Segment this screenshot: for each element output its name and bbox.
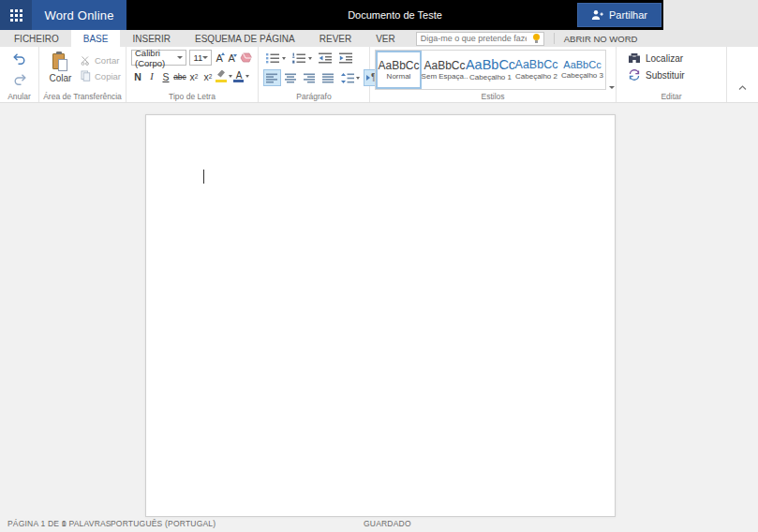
collapse-ribbon-button[interactable] xyxy=(738,78,747,95)
undo-icon xyxy=(13,53,26,65)
italic-button[interactable]: I xyxy=(145,68,158,84)
justify-button[interactable] xyxy=(320,69,337,86)
align-right-button[interactable] xyxy=(301,69,319,86)
highlight-button[interactable] xyxy=(216,68,232,84)
word-count-status[interactable]: 0 PALAVRAS xyxy=(62,519,111,528)
cut-button[interactable]: Cortar xyxy=(81,55,121,66)
font-color-icon: A xyxy=(233,70,245,83)
copy-label: Copiar xyxy=(95,71,121,81)
share-button[interactable]: Partilhar xyxy=(577,3,661,27)
group-area-de-transferencia: Colar Cortar Copiar xyxy=(39,47,126,102)
find-label: Localizar xyxy=(646,53,683,64)
subscript-button[interactable]: x2 xyxy=(187,68,201,84)
subscript-mark: 2 xyxy=(195,73,199,80)
tab-inserir[interactable]: INSERIR xyxy=(120,30,183,47)
group-estilos: AaBbCc Normal AaBbCc Sem Espaça.. AaBbCc… xyxy=(370,47,617,102)
align-center-button[interactable] xyxy=(282,69,300,86)
text-cursor xyxy=(203,170,204,184)
decrease-indent-icon xyxy=(319,52,333,64)
bold-button[interactable]: N xyxy=(131,68,144,84)
find-button[interactable]: Localizar xyxy=(628,52,721,64)
style-card-cabecalho-2[interactable]: AaBbCc Cabeçalho 2 xyxy=(513,51,559,89)
style-sample: AaBbCc xyxy=(424,60,465,71)
replace-button[interactable]: Substituir xyxy=(628,69,721,81)
paragraph-row-top xyxy=(263,50,364,66)
grow-font-icon xyxy=(221,52,225,55)
line-spacing-button[interactable] xyxy=(338,69,363,86)
tab-rever[interactable]: REVER xyxy=(307,30,364,47)
word-online-app: Word Online Documento de Teste Partilhar… xyxy=(0,0,758,532)
more-styles-button[interactable] xyxy=(609,86,615,89)
font-row-bottom: N I S abc x2 x2 A xyxy=(131,68,253,84)
tab-ver[interactable]: VER xyxy=(364,30,408,47)
share-label: Partilhar xyxy=(609,9,647,21)
paste-label: Colar xyxy=(50,73,72,83)
chevron-down-icon xyxy=(245,75,249,78)
bullet-list-button[interactable] xyxy=(263,50,289,66)
style-name: Cabeçalho 3 xyxy=(561,71,603,80)
tab-esquema-de-pagina[interactable]: ESQUEMA DE PÁGINA xyxy=(183,30,307,47)
style-card-cabecalho-3[interactable]: AaBbCc Cabeçalho 3 xyxy=(559,51,605,89)
redo-button[interactable] xyxy=(9,70,30,88)
font-name-select[interactable]: Calibri (Corpo) xyxy=(131,50,186,66)
chevron-down-icon xyxy=(356,77,360,80)
style-name: Cabeçalho 1 xyxy=(469,73,512,81)
grow-font-button[interactable]: A xyxy=(215,52,224,64)
clear-formatting-button[interactable] xyxy=(239,52,253,64)
copy-icon xyxy=(81,70,91,81)
copy-button[interactable]: Copiar xyxy=(81,70,121,81)
paste-button[interactable]: Colar xyxy=(44,50,77,91)
highlighter-icon xyxy=(216,70,228,83)
undo-button[interactable] xyxy=(9,50,30,67)
tab-base[interactable]: BASE xyxy=(71,30,121,47)
language-status[interactable]: PORTUGUÊS (PORTUGAL) xyxy=(111,519,216,528)
ribbon-tab-bar: FICHEIRO BASE INSERIR ESQUEMA DE PÁGINA … xyxy=(0,30,758,47)
open-in-word-button[interactable]: ABRIR NO WORD xyxy=(564,34,638,44)
group-label-tipo-de-letra: Tipo de Letra xyxy=(126,92,258,101)
style-card-sem-espacamento[interactable]: AaBbCc Sem Espaça.. xyxy=(422,51,468,89)
redo-icon xyxy=(13,74,26,85)
strikethrough-button[interactable]: abc xyxy=(173,68,186,84)
group-label-area-de-transferencia: Área de Transferência xyxy=(39,92,126,101)
brand-title[interactable]: Word Online xyxy=(32,0,126,30)
scissors-icon xyxy=(81,56,91,66)
increase-indent-button[interactable] xyxy=(336,50,356,66)
font-color-button[interactable]: A xyxy=(233,68,249,84)
ribbon: Anular Colar Cortar xyxy=(0,47,758,103)
numbered-list-icon xyxy=(292,52,306,64)
superscript-button[interactable]: x2 xyxy=(201,68,215,84)
style-gallery: AaBbCc Normal AaBbCc Sem Espaça.. AaBbCc… xyxy=(375,50,606,90)
font-size-select[interactable]: 11 xyxy=(189,50,212,66)
shrink-font-button[interactable]: A xyxy=(227,52,236,64)
group-label-anular: Anular xyxy=(0,92,38,101)
page-count-status[interactable]: PÁGINA 1 DE 1 xyxy=(7,519,67,528)
align-left-button[interactable] xyxy=(263,69,281,86)
cut-label: Cortar xyxy=(95,55,119,66)
style-card-normal[interactable]: AaBbCc Normal xyxy=(376,51,422,89)
justify-icon xyxy=(322,73,334,83)
cut-copy-column: Cortar Copiar xyxy=(81,50,121,91)
document-area xyxy=(0,103,758,532)
numbered-list-button[interactable] xyxy=(290,50,315,66)
decrease-indent-button[interactable] xyxy=(316,50,335,66)
waffle-grid-icon xyxy=(10,9,22,22)
superscript-mark: 2 xyxy=(209,73,213,80)
tab-ficheiro[interactable]: FICHEIRO xyxy=(0,30,71,47)
style-sample: AaBbCc xyxy=(466,58,515,72)
increase-indent-icon xyxy=(339,52,353,64)
document-page[interactable] xyxy=(145,114,616,517)
group-label-editar: Editar xyxy=(617,92,726,101)
style-name: Normal xyxy=(387,72,411,81)
lightbulb-icon xyxy=(530,33,543,44)
underline-button[interactable]: S xyxy=(159,68,172,84)
document-title[interactable]: Documento de Teste xyxy=(348,9,442,21)
style-sample: AaBbCc xyxy=(515,59,558,71)
font-name-value: Calibri (Corpo) xyxy=(135,48,177,68)
tell-me-input[interactable] xyxy=(417,34,530,43)
group-paragrafo: ¶ ¶ Parágrafo xyxy=(259,47,370,102)
group-label-paragrafo: Parágrafo xyxy=(259,92,369,101)
chevron-down-icon xyxy=(177,56,183,59)
style-card-cabecalho-1[interactable]: AaBbCc Cabeçalho 1 xyxy=(468,51,513,89)
app-launcher-button[interactable] xyxy=(0,0,32,30)
top-bar: Word Online Documento de Teste Partilhar xyxy=(0,0,758,30)
